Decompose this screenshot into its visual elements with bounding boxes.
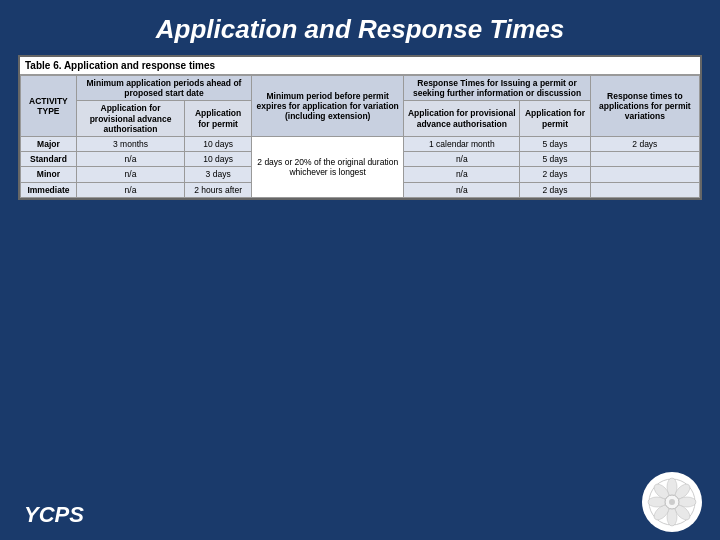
immediate-resp-permit: 2 days [520,182,590,197]
minor-resp-provisional: n/a [404,167,520,182]
major-resp-permit: 5 days [520,136,590,151]
major-resp-provisional: 1 calendar month [404,136,520,151]
major-resp-variation: 2 days [590,136,699,151]
standard-app-provisional: n/a [76,152,184,167]
table-row: Major 3 months 10 days 2 days or 20% of … [21,136,700,151]
immediate-resp-provisional: n/a [404,182,520,197]
activity-immediate: Immediate [21,182,77,197]
sub-col-resp-permit: Application for permit [520,101,590,137]
col-min-app: Minimum application periods ahead of pro… [76,76,251,101]
logo-icon [642,472,702,532]
activity-minor: Minor [21,167,77,182]
minor-app-provisional: n/a [76,167,184,182]
minor-resp-permit: 2 days [520,167,590,182]
sub-col-provisional: Application for provisional advance auth… [76,101,184,137]
ycps-label: YCPS [24,502,84,528]
page-title: Application and Response Times [0,0,720,55]
immediate-resp-variation [590,182,699,197]
svg-point-10 [669,499,675,505]
standard-resp-permit: 5 days [520,152,590,167]
immediate-app-provisional: n/a [76,182,184,197]
variation-cell: 2 days or 20% of the original duration w… [252,136,404,197]
minor-resp-variation [590,167,699,182]
standard-resp-variation [590,152,699,167]
minor-app-permit: 3 days [185,167,252,182]
standard-app-permit: 10 days [185,152,252,167]
activity-standard: Standard [21,152,77,167]
main-table: ACTIVITY TYPE Minimum application period… [20,75,700,198]
col-variation: Minimum period before permit expires for… [252,76,404,137]
col-permit-variation: Response times to applications for permi… [590,76,699,137]
col-activity-type: ACTIVITY TYPE [21,76,77,137]
standard-resp-provisional: n/a [404,152,520,167]
table-container: Table 6. Application and response times … [18,55,702,200]
major-app-provisional: 3 months [76,136,184,151]
immediate-app-permit: 2 hours after [185,182,252,197]
sub-col-resp-provisional: Application for provisional advance auth… [404,101,520,137]
activity-major: Major [21,136,77,151]
sub-col-permit: Application for permit [185,101,252,137]
table-caption: Table 6. Application and response times [20,57,700,75]
major-app-permit: 10 days [185,136,252,151]
col-response-times: Response Times for Issuing a permit or s… [404,76,590,101]
